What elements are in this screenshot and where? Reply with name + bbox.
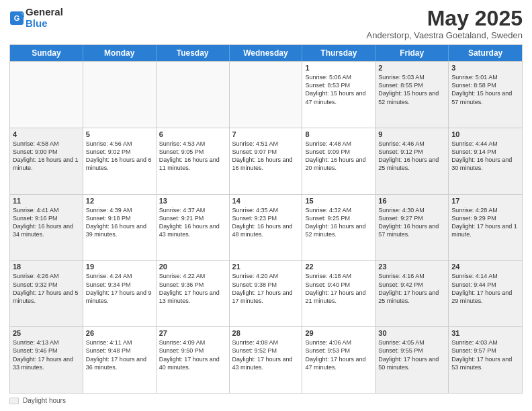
cell-text: Sunrise: 4:20 AM Sunset: 9:38 PM Dayligh… bbox=[232, 273, 293, 304]
cell-text: Sunrise: 4:53 AM Sunset: 9:05 PM Dayligh… bbox=[159, 140, 220, 171]
day-number: 24 bbox=[451, 263, 519, 271]
cal-cell: 16Sunrise: 4:30 AM Sunset: 9:27 PM Dayli… bbox=[375, 195, 449, 261]
logo-general: General bbox=[26, 6, 63, 17]
day-number: 15 bbox=[305, 197, 372, 205]
cell-text: Sunrise: 4:37 AM Sunset: 9:21 PM Dayligh… bbox=[159, 207, 220, 238]
calendar-header: SundayMondayTuesdayWednesdayThursdayFrid… bbox=[10, 45, 522, 61]
day-number: 20 bbox=[159, 263, 226, 271]
cal-cell: 3Sunrise: 5:01 AM Sunset: 8:58 PM Daylig… bbox=[449, 62, 522, 128]
cal-cell: 28Sunrise: 4:08 AM Sunset: 9:52 PM Dayli… bbox=[230, 327, 303, 393]
header-day-friday: Friday bbox=[375, 45, 449, 61]
cal-cell: 24Sunrise: 4:14 AM Sunset: 9:44 PM Dayli… bbox=[449, 261, 522, 326]
day-number: 17 bbox=[451, 197, 519, 205]
cell-text: Sunrise: 4:46 AM Sunset: 9:12 PM Dayligh… bbox=[378, 140, 439, 171]
cell-text: Sunrise: 4:11 AM Sunset: 9:48 PM Dayligh… bbox=[86, 339, 146, 370]
cell-text: Sunrise: 4:44 AM Sunset: 9:14 PM Dayligh… bbox=[451, 140, 512, 171]
calendar: SundayMondayTuesdayWednesdayThursdayFrid… bbox=[9, 44, 523, 394]
cal-cell bbox=[230, 62, 303, 128]
header-day-monday: Monday bbox=[83, 45, 157, 61]
day-number: 31 bbox=[451, 329, 519, 337]
day-number: 30 bbox=[378, 329, 445, 337]
week-row-3: 11Sunrise: 4:41 AM Sunset: 9:16 PM Dayli… bbox=[10, 194, 522, 261]
cal-cell: 2Sunrise: 5:03 AM Sunset: 8:55 PM Daylig… bbox=[375, 62, 449, 128]
header-day-thursday: Thursday bbox=[302, 45, 375, 61]
week-row-2: 4Sunrise: 4:58 AM Sunset: 9:00 PM Daylig… bbox=[10, 128, 522, 194]
day-number: 13 bbox=[159, 197, 226, 205]
legend: Daylight hours bbox=[9, 397, 523, 404]
cal-cell: 10Sunrise: 4:44 AM Sunset: 9:14 PM Dayli… bbox=[449, 128, 522, 194]
day-number: 29 bbox=[305, 329, 372, 337]
cal-cell: 6Sunrise: 4:53 AM Sunset: 9:05 PM Daylig… bbox=[157, 128, 230, 194]
cal-cell: 15Sunrise: 4:32 AM Sunset: 9:25 PM Dayli… bbox=[302, 195, 375, 261]
week-row-4: 18Sunrise: 4:26 AM Sunset: 9:32 PM Dayli… bbox=[10, 260, 522, 326]
logo-blue: Blue bbox=[26, 17, 48, 29]
cell-text: Sunrise: 4:48 AM Sunset: 9:09 PM Dayligh… bbox=[305, 140, 365, 171]
day-number: 16 bbox=[378, 197, 445, 205]
title-area: May 2025 Anderstorp, Vaestra Goetaland, … bbox=[367, 7, 523, 40]
day-number: 18 bbox=[13, 263, 80, 271]
cal-cell: 30Sunrise: 4:05 AM Sunset: 9:55 PM Dayli… bbox=[375, 327, 449, 393]
cal-cell: 8Sunrise: 4:48 AM Sunset: 9:09 PM Daylig… bbox=[302, 128, 375, 194]
day-number: 5 bbox=[86, 130, 153, 138]
cal-cell: 1Sunrise: 5:06 AM Sunset: 8:53 PM Daylig… bbox=[302, 62, 375, 128]
cell-text: Sunrise: 4:08 AM Sunset: 9:52 PM Dayligh… bbox=[232, 339, 293, 370]
cell-text: Sunrise: 4:24 AM Sunset: 9:34 PM Dayligh… bbox=[86, 273, 152, 304]
cal-cell: 19Sunrise: 4:24 AM Sunset: 9:34 PM Dayli… bbox=[83, 261, 157, 326]
cal-cell: 4Sunrise: 4:58 AM Sunset: 9:00 PM Daylig… bbox=[10, 128, 83, 194]
cell-text: Sunrise: 4:16 AM Sunset: 9:42 PM Dayligh… bbox=[378, 273, 439, 304]
cell-text: Sunrise: 4:35 AM Sunset: 9:23 PM Dayligh… bbox=[232, 207, 293, 238]
cell-text: Sunrise: 5:03 AM Sunset: 8:55 PM Dayligh… bbox=[378, 74, 439, 105]
header: G General Blue May 2025 Anderstorp, Vaes… bbox=[9, 7, 523, 40]
calendar-body: 1Sunrise: 5:06 AM Sunset: 8:53 PM Daylig… bbox=[10, 61, 522, 393]
cell-text: Sunrise: 4:22 AM Sunset: 9:36 PM Dayligh… bbox=[159, 273, 220, 304]
day-number: 7 bbox=[232, 130, 300, 138]
day-number: 14 bbox=[232, 197, 300, 205]
day-number: 2 bbox=[378, 64, 445, 72]
cell-text: Sunrise: 4:56 AM Sunset: 9:02 PM Dayligh… bbox=[86, 140, 152, 171]
month-title: May 2025 bbox=[367, 7, 523, 30]
day-number: 28 bbox=[232, 329, 300, 337]
cell-text: Sunrise: 5:06 AM Sunset: 8:53 PM Dayligh… bbox=[305, 74, 365, 105]
day-number: 11 bbox=[13, 197, 80, 205]
cell-text: Sunrise: 4:39 AM Sunset: 9:18 PM Dayligh… bbox=[86, 207, 146, 238]
day-number: 23 bbox=[378, 263, 445, 271]
cal-cell: 5Sunrise: 4:56 AM Sunset: 9:02 PM Daylig… bbox=[83, 128, 157, 194]
cal-cell: 7Sunrise: 4:51 AM Sunset: 9:07 PM Daylig… bbox=[230, 128, 303, 194]
cell-text: Sunrise: 4:58 AM Sunset: 9:00 PM Dayligh… bbox=[13, 140, 79, 171]
cal-cell: 12Sunrise: 4:39 AM Sunset: 9:18 PM Dayli… bbox=[83, 195, 157, 261]
cal-cell: 9Sunrise: 4:46 AM Sunset: 9:12 PM Daylig… bbox=[375, 128, 449, 194]
header-day-sunday: Sunday bbox=[10, 45, 83, 61]
cell-text: Sunrise: 4:05 AM Sunset: 9:55 PM Dayligh… bbox=[378, 339, 439, 370]
day-number: 10 bbox=[451, 130, 519, 138]
logo: G General Blue bbox=[9, 7, 63, 29]
cal-cell: 11Sunrise: 4:41 AM Sunset: 9:16 PM Dayli… bbox=[10, 195, 83, 261]
cal-cell: 14Sunrise: 4:35 AM Sunset: 9:23 PM Dayli… bbox=[230, 195, 303, 261]
svg-text:G: G bbox=[14, 14, 20, 22]
day-number: 6 bbox=[159, 130, 226, 138]
header-day-wednesday: Wednesday bbox=[230, 45, 303, 61]
cal-cell: 18Sunrise: 4:26 AM Sunset: 9:32 PM Dayli… bbox=[10, 261, 83, 326]
day-number: 3 bbox=[451, 64, 519, 72]
cell-text: Sunrise: 4:30 AM Sunset: 9:27 PM Dayligh… bbox=[378, 207, 439, 238]
cal-cell bbox=[83, 62, 157, 128]
logo-text: General Blue bbox=[26, 7, 63, 29]
cal-cell: 26Sunrise: 4:11 AM Sunset: 9:48 PM Dayli… bbox=[83, 327, 157, 393]
cell-text: Sunrise: 4:26 AM Sunset: 9:32 PM Dayligh… bbox=[13, 273, 79, 304]
day-number: 12 bbox=[86, 197, 153, 205]
cal-cell: 31Sunrise: 4:03 AM Sunset: 9:57 PM Dayli… bbox=[449, 327, 522, 393]
cal-cell: 13Sunrise: 4:37 AM Sunset: 9:21 PM Dayli… bbox=[157, 195, 230, 261]
cell-text: Sunrise: 4:09 AM Sunset: 9:50 PM Dayligh… bbox=[159, 339, 220, 370]
cal-cell: 21Sunrise: 4:20 AM Sunset: 9:38 PM Dayli… bbox=[230, 261, 303, 326]
cal-cell bbox=[10, 62, 83, 128]
day-number: 26 bbox=[86, 329, 153, 337]
cell-text: Sunrise: 4:28 AM Sunset: 9:29 PM Dayligh… bbox=[451, 207, 517, 238]
week-row-5: 25Sunrise: 4:13 AM Sunset: 9:46 PM Dayli… bbox=[10, 326, 522, 393]
legend-label: Daylight hours bbox=[23, 397, 66, 404]
header-day-saturday: Saturday bbox=[449, 45, 522, 61]
header-day-tuesday: Tuesday bbox=[157, 45, 230, 61]
day-number: 22 bbox=[305, 263, 372, 271]
cal-cell: 20Sunrise: 4:22 AM Sunset: 9:36 PM Dayli… bbox=[157, 261, 230, 326]
cell-text: Sunrise: 4:14 AM Sunset: 9:44 PM Dayligh… bbox=[451, 273, 512, 304]
cal-cell: 22Sunrise: 4:18 AM Sunset: 9:40 PM Dayli… bbox=[302, 261, 375, 326]
day-number: 19 bbox=[86, 263, 153, 271]
